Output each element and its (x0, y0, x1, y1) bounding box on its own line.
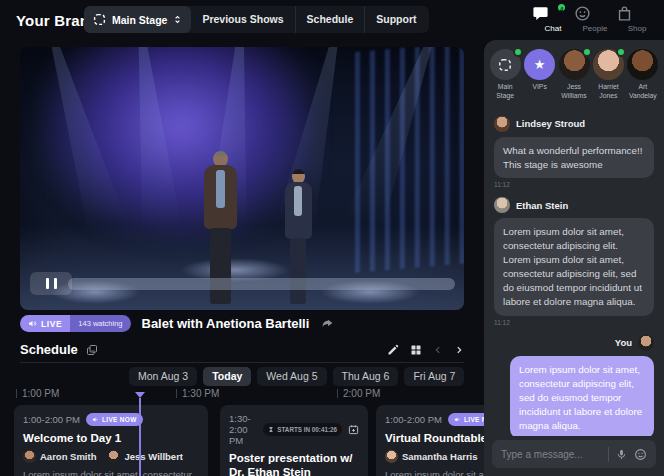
chevron-left-icon[interactable] (433, 344, 443, 356)
nav-item-previous-shows[interactable]: Previous Shows (191, 6, 294, 33)
schedule-tools (387, 344, 464, 356)
message-author: You (615, 337, 632, 348)
speaker-icon (28, 319, 37, 328)
pause-button[interactable] (30, 272, 72, 295)
stream-title-row: LIVE 143 watching Balet with Anetiona Ba… (20, 315, 335, 332)
nav-item-support[interactable]: Support (364, 6, 427, 33)
app-window: Your Brand Main Stage Previous Shows Sch… (0, 0, 664, 476)
chat-panel: Main Stage ★ VIPs Jess Williams Harriet … (484, 40, 664, 476)
online-dot (513, 47, 523, 57)
day-pill-thu[interactable]: Thu Aug 6 (333, 367, 399, 386)
grid-view-icon[interactable] (410, 344, 422, 356)
card-time: 1:30-2:00 PM (229, 413, 257, 446)
timeline-tick (16, 389, 17, 398)
avatar (494, 197, 510, 213)
chat-messages[interactable]: Lindsey Stroud What a wonderful performa… (484, 106, 664, 436)
stage-icon (93, 13, 106, 26)
card-description: Lorem ipsum dolor sit amet, consectetur … (23, 469, 199, 476)
timeline-label-3: 2:00 PM (343, 388, 380, 399)
current-time-line (139, 398, 141, 476)
card-time: 1:00-2:00 PM (23, 414, 80, 425)
online-dot (616, 47, 626, 57)
message-time: 11:12 (494, 319, 654, 326)
chat-tab-vips[interactable]: ★ VIPs (523, 49, 555, 101)
timeline-tick (176, 389, 177, 398)
edit-pencil-icon[interactable] (387, 344, 399, 356)
video-progress-bar[interactable] (68, 278, 455, 290)
stage-icon (498, 58, 512, 72)
avatar (559, 49, 590, 80)
schedule-header: Schedule (20, 342, 98, 357)
day-pill-wed[interactable]: Wed Aug 5 (257, 367, 326, 386)
calendar-sync-icon[interactable] (86, 344, 98, 356)
timeline-label-1: 1:00 PM (22, 388, 59, 399)
watching-count: 143 watching (70, 315, 130, 332)
card-speaker: Samantha Harris (385, 450, 478, 463)
schedule-heading: Schedule (20, 342, 78, 357)
chat-message-self: You Lorem ipsum dolor sit amet, consecte… (494, 335, 654, 436)
starts-in-badge: STARTS IN 00:41:26 (263, 423, 342, 436)
avatar (385, 450, 398, 463)
chat-message: Lindsey Stroud What a wonderful performa… (494, 116, 654, 189)
day-pill-today[interactable]: Today (203, 367, 251, 386)
avatar (494, 116, 510, 132)
chat-button[interactable]: 4 Chat (532, 5, 574, 33)
avatar (107, 450, 120, 463)
chevron-right-icon[interactable] (454, 344, 464, 356)
topbar-actions: 4 Chat People Shop (532, 5, 658, 33)
timeline-tick (337, 389, 338, 398)
chat-tab-main-stage[interactable]: Main Stage (489, 49, 521, 101)
message-bubble: Lorem ipsum dolor sit amet, consectetur … (494, 218, 654, 315)
chat-tabs: Main Stage ★ VIPs Jess Williams Harriet … (484, 40, 664, 106)
schedule-divider (20, 362, 464, 363)
chevron-up-down-icon (173, 14, 182, 25)
chat-tab-harriet-jones[interactable]: Harriet Jones (592, 49, 624, 101)
nav-item-schedule[interactable]: Schedule (295, 6, 365, 33)
share-icon[interactable] (320, 317, 335, 330)
stage-selector-button[interactable]: Main Stage (84, 6, 191, 33)
online-dot (582, 47, 592, 57)
chat-badge: 4 (556, 2, 567, 13)
live-label: LIVE (41, 319, 62, 329)
chat-message: Ethan Stein Lorem ipsum dolor sit amet, … (494, 197, 654, 325)
mic-icon[interactable] (616, 448, 627, 461)
main-navigation: Main Stage Previous Shows Schedule Suppo… (84, 6, 429, 33)
message-bubble: What a wonderful performance!! This stag… (494, 137, 654, 179)
shop-label: Shop (616, 24, 658, 33)
live-badge[interactable]: LIVE 143 watching (20, 315, 131, 332)
avatar (23, 450, 36, 463)
message-time: 11:12 (494, 181, 654, 188)
chat-tab-jess-williams[interactable]: Jess Williams (558, 49, 590, 101)
stream-title: Balet with Anetiona Bartelli (142, 316, 310, 331)
card-title: Welcome to Day 1 (23, 431, 199, 445)
star-icon: ★ (534, 57, 546, 72)
shop-button[interactable]: Shop (616, 5, 658, 33)
schedule-card-welcome[interactable]: 1:00-2:00 PM LIVE NOW Welcome to Day 1 A… (14, 405, 208, 476)
card-speaker: Jess Willbert (107, 450, 183, 463)
day-pill-fri[interactable]: Fri Aug 7 (404, 367, 464, 386)
stage-selector-label: Main Stage (112, 14, 167, 26)
schedule-card-poster[interactable]: 1:30-2:00 PM STARTS IN 00:41:26 Poster p… (220, 405, 368, 476)
message-bubble: Lorem ipsum dolor sit amet, consectetur … (510, 356, 654, 436)
chat-bubble-icon (532, 5, 574, 22)
people-button[interactable]: People (574, 5, 616, 33)
message-input[interactable] (501, 449, 601, 460)
message-author: Lindsey Stroud (516, 118, 585, 129)
card-time: 1:00-2:00 PM (385, 414, 442, 425)
people-smiley-icon (574, 5, 616, 22)
day-selector: Mon Aug 3 Today Wed Aug 5 Thu Aug 6 Fri … (129, 367, 464, 386)
message-input-bar (492, 440, 656, 468)
chat-tab-art-vandelay[interactable]: Art Vandelay (627, 49, 659, 101)
live-now-badge: LIVE NOW (86, 413, 143, 426)
card-title: Poster presentation w/ Dr. Ethan Stein (229, 451, 359, 476)
avatar (627, 49, 658, 80)
timeline-label-2: 1:30 PM (182, 388, 219, 399)
add-to-calendar-icon[interactable] (348, 424, 359, 435)
people-label: People (574, 24, 616, 33)
input-divider (608, 447, 609, 462)
emoji-icon[interactable] (634, 448, 647, 461)
card-speaker: Aaron Smith (23, 450, 96, 463)
video-player[interactable] (20, 47, 464, 310)
avatar (638, 335, 654, 351)
day-pill-mon[interactable]: Mon Aug 3 (129, 367, 197, 386)
